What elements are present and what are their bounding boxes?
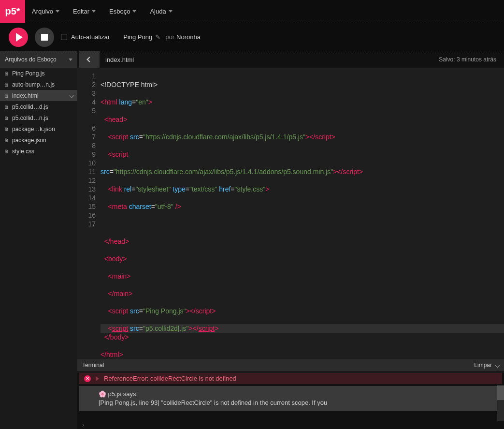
file-icon: 🗎 <box>4 93 9 99</box>
main-area: 🗎Ping Pong.js 🗎auto-bump…n.js 🗎index.htm… <box>0 68 504 359</box>
chevron-down-icon <box>69 59 72 61</box>
console-prompt[interactable]: › <box>77 421 504 429</box>
menu-help[interactable]: Ajuda <box>143 0 179 23</box>
file-item[interactable]: 🗎package…k.json <box>0 123 77 134</box>
error-arrow-icon <box>96 376 99 381</box>
collapse-sidebar-button[interactable] <box>79 51 100 68</box>
author-name: Noronha <box>176 33 201 41</box>
stop-icon <box>41 34 48 41</box>
play-button[interactable] <box>9 28 28 47</box>
file-item[interactable]: 🗎package.json <box>0 134 77 146</box>
sidebar-header-label: Arquivos do Esboço <box>5 56 57 63</box>
menu-edit[interactable]: Editar <box>66 0 102 23</box>
clear-terminal-button[interactable]: Limpar <box>474 362 492 369</box>
midbar: Arquivos do Esboço index.html Salvo: 3 m… <box>0 51 504 68</box>
file-item[interactable]: 🗎p5.collid…n.js <box>0 112 77 123</box>
file-item[interactable]: 🗎style.css <box>0 146 77 157</box>
edit-name-icon[interactable]: ✎ <box>155 33 160 41</box>
by-label: por <box>165 33 174 41</box>
menu-file[interactable]: Arquivo <box>25 0 66 23</box>
file-item[interactable]: 🗎Ping Pong.js <box>0 68 77 79</box>
file-item-selected[interactable]: 🗎index.html <box>0 90 77 101</box>
file-item[interactable]: 🗎auto-bump…n.js <box>0 79 77 90</box>
scroll-thumb[interactable] <box>497 385 504 400</box>
menu-sketch[interactable]: Esboço <box>102 0 143 23</box>
file-icon: 🗎 <box>4 71 9 76</box>
chevron-left-icon <box>86 57 92 62</box>
scrollbar[interactable] <box>497 385 504 421</box>
code-content[interactable]: <!DOCTYPE html> <html lang="en"> <head> … <box>101 68 504 359</box>
filename-tab: index.html <box>100 56 140 63</box>
stop-button[interactable] <box>35 28 54 47</box>
terminal-header: Terminal Limpar <box>77 359 504 371</box>
sketch-name: Ping Pong <box>123 33 152 41</box>
terminal-label: Terminal <box>82 362 104 369</box>
file-icon: 🗎 <box>4 126 9 132</box>
file-icon: 🗎 <box>4 115 9 121</box>
logo: p5* <box>0 0 25 23</box>
code-editor[interactable]: 12345 67891011121314151617 <!DOCTYPE htm… <box>77 68 504 359</box>
error-x-icon: ✕ <box>84 375 91 382</box>
file-icon: 🗎 <box>4 104 9 110</box>
terminal: ✕ ReferenceError: collideRectCircle is n… <box>77 373 504 429</box>
error-text: ReferenceError: collideRectCircle is not… <box>104 375 236 382</box>
top-menubar: p5* Arquivo Editar Esboço Ajuda <box>0 0 504 23</box>
console-message: 🌸 p5.js says: [Ping Pong.js, line 93] "c… <box>79 386 502 411</box>
file-icon: 🗎 <box>4 82 9 88</box>
menu: Arquivo Editar Esboço Ajuda <box>25 0 179 23</box>
file-icon: 🗎 <box>4 148 9 154</box>
sidebar-header[interactable]: Arquivos do Esboço <box>0 51 77 68</box>
file-icon: 🗎 <box>4 137 9 143</box>
gutter: 12345 67891011121314151617 <box>77 68 101 359</box>
file-item[interactable]: 🗎p5.collid…d.js <box>0 101 77 112</box>
file-sidebar: 🗎Ping Pong.js 🗎auto-bump…n.js 🗎index.htm… <box>0 68 77 359</box>
saved-status: Salvo: 3 minutos atrás <box>439 56 504 63</box>
toolbar: Auto-atualizar Ping Pong ✎ por Noronha <box>0 23 504 51</box>
error-line: ✕ ReferenceError: collideRectCircle is n… <box>79 373 502 384</box>
chevron-down-icon[interactable] <box>70 93 74 98</box>
auto-refresh-label: Auto-atualizar <box>71 33 110 41</box>
play-icon <box>16 33 23 42</box>
auto-refresh-checkbox[interactable] <box>61 34 67 40</box>
chevron-down-icon[interactable] <box>495 363 500 368</box>
